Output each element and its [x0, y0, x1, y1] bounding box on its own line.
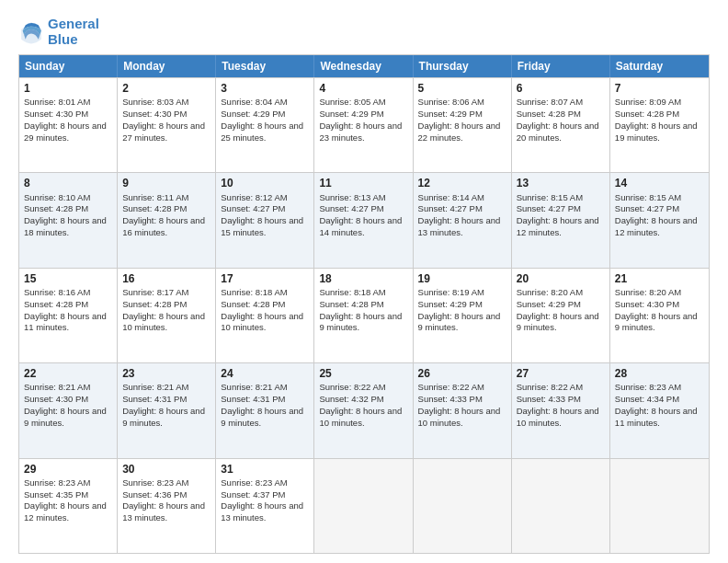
calendar-cell: 3Sunrise: 8:04 AMSunset: 4:29 PMDaylight…: [216, 78, 314, 172]
day-number: 6: [517, 81, 605, 96]
sunrise: Sunrise: 8:18 AM: [319, 287, 385, 297]
day-number: 24: [221, 366, 309, 381]
calendar-week-row: 1Sunrise: 8:01 AMSunset: 4:30 PMDaylight…: [19, 77, 709, 172]
daylight: Daylight: 8 hours and 13 minutes.: [221, 500, 303, 523]
daylight: Daylight: 8 hours and 25 minutes.: [221, 121, 303, 143]
calendar-header-cell: Friday: [512, 55, 610, 77]
daylight: Daylight: 8 hours and 10 minutes.: [122, 311, 205, 333]
sunrise: Sunrise: 8:23 AM: [221, 477, 287, 488]
sunrise: Sunrise: 8:18 AM: [221, 287, 287, 297]
daylight: Daylight: 8 hours and 15 minutes.: [221, 215, 303, 237]
day-number: 7: [615, 81, 704, 96]
day-number: 3: [221, 81, 309, 96]
day-number: 8: [24, 176, 112, 190]
sunrise: Sunrise: 8:22 AM: [517, 382, 583, 392]
daylight: Daylight: 8 hours and 13 minutes.: [122, 500, 205, 523]
sunset: Sunset: 4:28 PM: [122, 299, 187, 309]
day-number: 19: [418, 271, 506, 286]
day-number: 14: [615, 176, 704, 190]
day-number: 2: [122, 81, 210, 96]
sunset: Sunset: 4:29 PM: [418, 299, 483, 309]
day-number: 13: [517, 176, 605, 190]
daylight: Daylight: 8 hours and 9 minutes.: [615, 311, 698, 333]
daylight: Daylight: 8 hours and 10 minutes.: [221, 311, 303, 333]
daylight: Daylight: 8 hours and 9 minutes.: [221, 406, 303, 428]
calendar-cell: 8Sunrise: 8:10 AMSunset: 4:28 PMDaylight…: [19, 173, 118, 267]
sunset: Sunset: 4:30 PM: [24, 394, 88, 404]
calendar-cell: 29Sunrise: 8:23 AMSunset: 4:35 PMDayligh…: [19, 459, 118, 553]
calendar-cell: 23Sunrise: 8:21 AMSunset: 4:31 PMDayligh…: [118, 363, 216, 457]
sunset: Sunset: 4:27 PM: [319, 203, 383, 213]
sunrise: Sunrise: 8:20 AM: [615, 287, 681, 297]
sunset: Sunset: 4:36 PM: [122, 489, 187, 500]
sunset: Sunset: 4:34 PM: [615, 394, 679, 404]
calendar-header-cell: Saturday: [610, 55, 709, 77]
calendar-cell: 15Sunrise: 8:16 AMSunset: 4:28 PMDayligh…: [19, 269, 118, 362]
calendar-body: 1Sunrise: 8:01 AMSunset: 4:30 PMDaylight…: [19, 77, 709, 553]
calendar-cell: 26Sunrise: 8:22 AMSunset: 4:33 PMDayligh…: [414, 363, 512, 457]
sunrise: Sunrise: 8:04 AM: [221, 97, 287, 107]
daylight: Daylight: 8 hours and 12 minutes.: [517, 215, 599, 237]
day-number: 23: [122, 366, 210, 381]
sunset: Sunset: 4:33 PM: [517, 394, 581, 404]
sunset: Sunset: 4:30 PM: [615, 299, 679, 309]
sunrise: Sunrise: 8:15 AM: [615, 192, 681, 202]
day-number: 12: [418, 176, 506, 190]
daylight: Daylight: 8 hours and 22 minutes.: [418, 121, 501, 143]
calendar-header-cell: Thursday: [414, 55, 512, 77]
daylight: Daylight: 8 hours and 29 minutes.: [24, 121, 107, 143]
calendar-cell: 14Sunrise: 8:15 AMSunset: 4:27 PMDayligh…: [610, 173, 709, 267]
sunset: Sunset: 4:28 PM: [122, 203, 187, 213]
sunrise: Sunrise: 8:21 AM: [122, 382, 188, 392]
day-number: 16: [122, 271, 210, 286]
calendar-cell: [512, 459, 610, 553]
daylight: Daylight: 8 hours and 12 minutes.: [24, 500, 107, 523]
sunrise: Sunrise: 8:12 AM: [221, 192, 287, 202]
sunset: Sunset: 4:32 PM: [319, 394, 383, 404]
day-number: 10: [221, 176, 309, 190]
calendar-header-row: SundayMondayTuesdayWednesdayThursdayFrid…: [19, 55, 709, 77]
sunrise: Sunrise: 8:23 AM: [24, 477, 90, 488]
calendar-cell: 6Sunrise: 8:07 AMSunset: 4:28 PMDaylight…: [512, 78, 610, 172]
sunrise: Sunrise: 8:23 AM: [615, 382, 681, 392]
day-number: 29: [24, 462, 112, 477]
sunrise: Sunrise: 8:10 AM: [24, 192, 90, 202]
calendar-cell: 20Sunrise: 8:20 AMSunset: 4:29 PMDayligh…: [512, 269, 610, 362]
day-number: 17: [221, 271, 309, 286]
calendar-cell: 24Sunrise: 8:21 AMSunset: 4:31 PMDayligh…: [216, 363, 314, 457]
sunset: Sunset: 4:30 PM: [122, 109, 187, 119]
daylight: Daylight: 8 hours and 10 minutes.: [319, 406, 402, 428]
calendar-header-cell: Monday: [118, 55, 216, 77]
sunset: Sunset: 4:31 PM: [221, 394, 285, 404]
sunset: Sunset: 4:29 PM: [319, 109, 383, 119]
sunrise: Sunrise: 8:05 AM: [319, 97, 385, 107]
sunrise: Sunrise: 8:21 AM: [221, 382, 287, 392]
day-number: 20: [517, 271, 605, 286]
sunset: Sunset: 4:29 PM: [221, 109, 285, 119]
daylight: Daylight: 8 hours and 10 minutes.: [418, 406, 501, 428]
sunrise: Sunrise: 8:15 AM: [517, 192, 583, 202]
sunrise: Sunrise: 8:22 AM: [418, 382, 484, 392]
sunrise: Sunrise: 8:01 AM: [24, 97, 90, 107]
calendar-cell: [414, 459, 512, 553]
sunrise: Sunrise: 8:09 AM: [615, 97, 681, 107]
sunset: Sunset: 4:28 PM: [517, 109, 581, 119]
calendar-header-cell: Wednesday: [314, 55, 413, 77]
day-number: 4: [319, 81, 407, 96]
calendar-cell: [314, 459, 413, 553]
day-number: 1: [24, 81, 112, 96]
calendar-cell: 22Sunrise: 8:21 AMSunset: 4:30 PMDayligh…: [19, 363, 118, 457]
day-number: 28: [615, 366, 704, 381]
daylight: Daylight: 8 hours and 16 minutes.: [122, 215, 205, 237]
calendar-week-row: 29Sunrise: 8:23 AMSunset: 4:35 PMDayligh…: [19, 458, 709, 553]
day-number: 25: [319, 366, 407, 381]
sunset: Sunset: 4:27 PM: [517, 203, 581, 213]
day-number: 15: [24, 271, 112, 286]
sunrise: Sunrise: 8:22 AM: [319, 382, 385, 392]
day-number: 9: [122, 176, 210, 190]
day-number: 30: [122, 462, 210, 477]
sunset: Sunset: 4:31 PM: [122, 394, 187, 404]
daylight: Daylight: 8 hours and 19 minutes.: [615, 121, 698, 143]
sunrise: Sunrise: 8:20 AM: [517, 287, 583, 297]
calendar-week-row: 15Sunrise: 8:16 AMSunset: 4:28 PMDayligh…: [19, 268, 709, 362]
